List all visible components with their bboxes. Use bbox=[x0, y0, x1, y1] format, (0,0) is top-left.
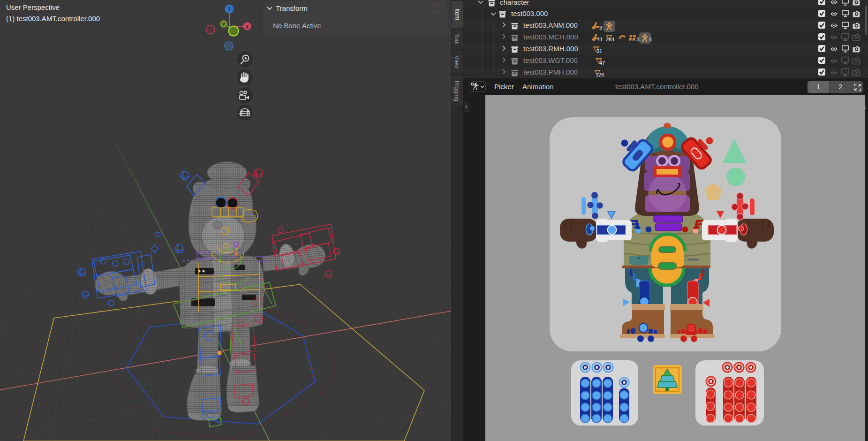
svg-text:L: L bbox=[254, 213, 257, 220]
svg-text:test003.WGT.000: test003.WGT.000 bbox=[523, 56, 578, 64]
svg-text:3: 3 bbox=[636, 37, 639, 42]
svg-text:284: 284 bbox=[606, 37, 614, 42]
svg-text:test003.MCH.000: test003.MCH.000 bbox=[523, 33, 578, 41]
svg-text:X: X bbox=[246, 24, 249, 30]
svg-text:test003.RMH.000: test003.RMH.000 bbox=[523, 45, 578, 53]
svg-text:3: 3 bbox=[599, 25, 602, 30]
svg-text:126: 126 bbox=[596, 72, 604, 77]
svg-text:Z: Z bbox=[228, 7, 231, 12]
svg-text:test003.PMH.000: test003.PMH.000 bbox=[523, 68, 578, 76]
svg-text:11: 11 bbox=[597, 37, 603, 42]
svg-text:31: 31 bbox=[596, 48, 602, 54]
svg-text:test003.000: test003.000 bbox=[511, 9, 548, 17]
svg-text:Y: Y bbox=[222, 22, 226, 27]
svg-text:character: character bbox=[500, 0, 529, 6]
svg-text:test003.ANM.000: test003.ANM.000 bbox=[523, 21, 578, 29]
svg-text:4: 4 bbox=[649, 37, 652, 42]
svg-text:47: 47 bbox=[599, 60, 605, 66]
